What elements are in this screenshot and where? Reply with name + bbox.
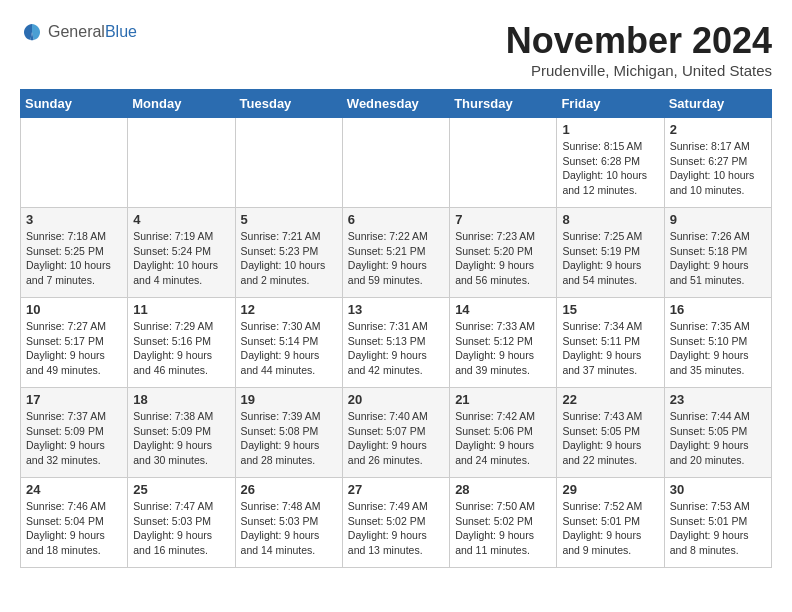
weekday-header-thursday: Thursday	[450, 90, 557, 118]
day-number: 22	[562, 392, 658, 407]
day-number: 5	[241, 212, 337, 227]
logo-general-text: General	[48, 23, 105, 41]
day-info: Sunrise: 7:29 AM Sunset: 5:16 PM Dayligh…	[133, 319, 229, 378]
day-number: 8	[562, 212, 658, 227]
calendar-week-row: 3Sunrise: 7:18 AM Sunset: 5:25 PM Daylig…	[21, 208, 772, 298]
day-number: 29	[562, 482, 658, 497]
title-block: November 2024 Prudenville, Michigan, Uni…	[506, 20, 772, 79]
day-number: 14	[455, 302, 551, 317]
weekday-header-wednesday: Wednesday	[342, 90, 449, 118]
day-info: Sunrise: 7:52 AM Sunset: 5:01 PM Dayligh…	[562, 499, 658, 558]
calendar-cell: 28Sunrise: 7:50 AM Sunset: 5:02 PM Dayli…	[450, 478, 557, 568]
calendar-cell: 3Sunrise: 7:18 AM Sunset: 5:25 PM Daylig…	[21, 208, 128, 298]
day-info: Sunrise: 7:42 AM Sunset: 5:06 PM Dayligh…	[455, 409, 551, 468]
day-number: 26	[241, 482, 337, 497]
calendar-cell: 17Sunrise: 7:37 AM Sunset: 5:09 PM Dayli…	[21, 388, 128, 478]
calendar-cell: 5Sunrise: 7:21 AM Sunset: 5:23 PM Daylig…	[235, 208, 342, 298]
day-number: 27	[348, 482, 444, 497]
calendar-cell: 14Sunrise: 7:33 AM Sunset: 5:12 PM Dayli…	[450, 298, 557, 388]
day-number: 15	[562, 302, 658, 317]
calendar-cell: 25Sunrise: 7:47 AM Sunset: 5:03 PM Dayli…	[128, 478, 235, 568]
weekday-header-friday: Friday	[557, 90, 664, 118]
day-info: Sunrise: 7:53 AM Sunset: 5:01 PM Dayligh…	[670, 499, 766, 558]
day-info: Sunrise: 8:15 AM Sunset: 6:28 PM Dayligh…	[562, 139, 658, 198]
day-number: 6	[348, 212, 444, 227]
day-number: 24	[26, 482, 122, 497]
day-info: Sunrise: 7:25 AM Sunset: 5:19 PM Dayligh…	[562, 229, 658, 288]
calendar-week-row: 24Sunrise: 7:46 AM Sunset: 5:04 PM Dayli…	[21, 478, 772, 568]
day-number: 1	[562, 122, 658, 137]
calendar-cell: 26Sunrise: 7:48 AM Sunset: 5:03 PM Dayli…	[235, 478, 342, 568]
day-info: Sunrise: 7:46 AM Sunset: 5:04 PM Dayligh…	[26, 499, 122, 558]
day-number: 10	[26, 302, 122, 317]
calendar-cell: 27Sunrise: 7:49 AM Sunset: 5:02 PM Dayli…	[342, 478, 449, 568]
weekday-header-tuesday: Tuesday	[235, 90, 342, 118]
day-info: Sunrise: 7:37 AM Sunset: 5:09 PM Dayligh…	[26, 409, 122, 468]
page-header: General Blue November 2024 Prudenville, …	[20, 20, 772, 79]
calendar-cell: 20Sunrise: 7:40 AM Sunset: 5:07 PM Dayli…	[342, 388, 449, 478]
day-number: 30	[670, 482, 766, 497]
logo: General Blue	[20, 20, 137, 44]
calendar-cell: 9Sunrise: 7:26 AM Sunset: 5:18 PM Daylig…	[664, 208, 771, 298]
day-info: Sunrise: 7:39 AM Sunset: 5:08 PM Dayligh…	[241, 409, 337, 468]
day-number: 13	[348, 302, 444, 317]
day-number: 7	[455, 212, 551, 227]
day-info: Sunrise: 7:44 AM Sunset: 5:05 PM Dayligh…	[670, 409, 766, 468]
calendar-cell	[128, 118, 235, 208]
calendar-cell: 15Sunrise: 7:34 AM Sunset: 5:11 PM Dayli…	[557, 298, 664, 388]
day-number: 17	[26, 392, 122, 407]
day-info: Sunrise: 7:33 AM Sunset: 5:12 PM Dayligh…	[455, 319, 551, 378]
day-number: 12	[241, 302, 337, 317]
weekday-header-sunday: Sunday	[21, 90, 128, 118]
day-number: 18	[133, 392, 229, 407]
calendar-header: SundayMondayTuesdayWednesdayThursdayFrid…	[21, 90, 772, 118]
calendar-week-row: 10Sunrise: 7:27 AM Sunset: 5:17 PM Dayli…	[21, 298, 772, 388]
calendar-cell: 29Sunrise: 7:52 AM Sunset: 5:01 PM Dayli…	[557, 478, 664, 568]
logo-icon	[20, 20, 44, 44]
calendar-cell: 30Sunrise: 7:53 AM Sunset: 5:01 PM Dayli…	[664, 478, 771, 568]
calendar-cell: 1Sunrise: 8:15 AM Sunset: 6:28 PM Daylig…	[557, 118, 664, 208]
day-info: Sunrise: 7:19 AM Sunset: 5:24 PM Dayligh…	[133, 229, 229, 288]
calendar-week-row: 1Sunrise: 8:15 AM Sunset: 6:28 PM Daylig…	[21, 118, 772, 208]
day-info: Sunrise: 7:43 AM Sunset: 5:05 PM Dayligh…	[562, 409, 658, 468]
calendar-cell: 22Sunrise: 7:43 AM Sunset: 5:05 PM Dayli…	[557, 388, 664, 478]
calendar-cell: 23Sunrise: 7:44 AM Sunset: 5:05 PM Dayli…	[664, 388, 771, 478]
calendar-cell: 2Sunrise: 8:17 AM Sunset: 6:27 PM Daylig…	[664, 118, 771, 208]
calendar-cell: 8Sunrise: 7:25 AM Sunset: 5:19 PM Daylig…	[557, 208, 664, 298]
day-info: Sunrise: 7:21 AM Sunset: 5:23 PM Dayligh…	[241, 229, 337, 288]
day-number: 11	[133, 302, 229, 317]
day-number: 19	[241, 392, 337, 407]
calendar-cell: 18Sunrise: 7:38 AM Sunset: 5:09 PM Dayli…	[128, 388, 235, 478]
day-number: 2	[670, 122, 766, 137]
day-number: 4	[133, 212, 229, 227]
weekday-header-monday: Monday	[128, 90, 235, 118]
day-info: Sunrise: 7:23 AM Sunset: 5:20 PM Dayligh…	[455, 229, 551, 288]
day-info: Sunrise: 7:40 AM Sunset: 5:07 PM Dayligh…	[348, 409, 444, 468]
day-number: 3	[26, 212, 122, 227]
calendar-cell	[21, 118, 128, 208]
logo-blue-text: Blue	[105, 23, 137, 41]
day-info: Sunrise: 7:50 AM Sunset: 5:02 PM Dayligh…	[455, 499, 551, 558]
day-number: 28	[455, 482, 551, 497]
location-text: Prudenville, Michigan, United States	[506, 62, 772, 79]
day-info: Sunrise: 7:31 AM Sunset: 5:13 PM Dayligh…	[348, 319, 444, 378]
day-info: Sunrise: 7:35 AM Sunset: 5:10 PM Dayligh…	[670, 319, 766, 378]
calendar-cell: 16Sunrise: 7:35 AM Sunset: 5:10 PM Dayli…	[664, 298, 771, 388]
calendar-cell: 6Sunrise: 7:22 AM Sunset: 5:21 PM Daylig…	[342, 208, 449, 298]
weekday-header-row: SundayMondayTuesdayWednesdayThursdayFrid…	[21, 90, 772, 118]
day-number: 25	[133, 482, 229, 497]
calendar-cell: 11Sunrise: 7:29 AM Sunset: 5:16 PM Dayli…	[128, 298, 235, 388]
day-info: Sunrise: 7:34 AM Sunset: 5:11 PM Dayligh…	[562, 319, 658, 378]
calendar-cell	[235, 118, 342, 208]
day-info: Sunrise: 7:27 AM Sunset: 5:17 PM Dayligh…	[26, 319, 122, 378]
calendar-cell: 24Sunrise: 7:46 AM Sunset: 5:04 PM Dayli…	[21, 478, 128, 568]
day-number: 23	[670, 392, 766, 407]
calendar-cell	[450, 118, 557, 208]
day-number: 21	[455, 392, 551, 407]
calendar-body: 1Sunrise: 8:15 AM Sunset: 6:28 PM Daylig…	[21, 118, 772, 568]
calendar-cell: 12Sunrise: 7:30 AM Sunset: 5:14 PM Dayli…	[235, 298, 342, 388]
logo-text: General Blue	[48, 23, 137, 41]
calendar-cell: 7Sunrise: 7:23 AM Sunset: 5:20 PM Daylig…	[450, 208, 557, 298]
calendar-cell: 4Sunrise: 7:19 AM Sunset: 5:24 PM Daylig…	[128, 208, 235, 298]
day-info: Sunrise: 8:17 AM Sunset: 6:27 PM Dayligh…	[670, 139, 766, 198]
